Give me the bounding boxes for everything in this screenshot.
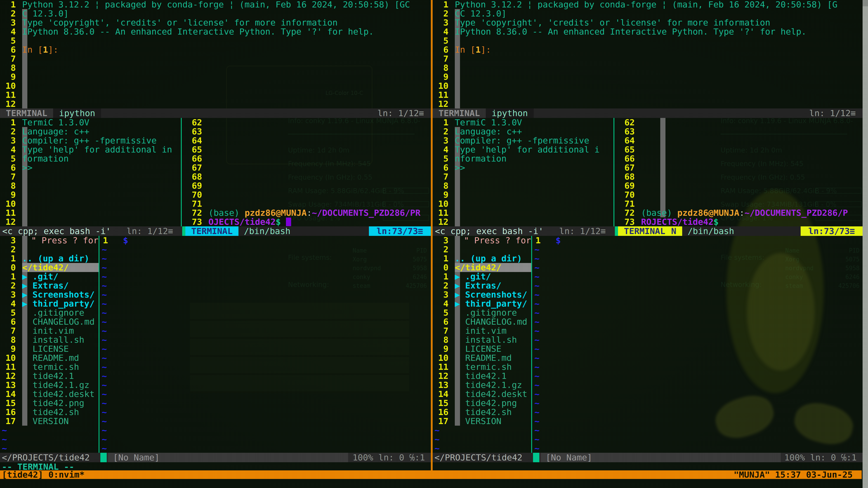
tmux-window-item[interactable]: 0:nvim* [49,470,85,480]
tilde-marker: ~ [100,326,107,335]
terminal-line-indicator: ln:73/73≡ [369,226,431,236]
tree-item[interactable]: 11termic.sh [433,362,531,371]
tree-item[interactable]: 6CHANGELOG.md [0,317,98,326]
line-number: 71 [182,199,202,208]
tilde-marker: ~ [532,308,539,317]
tree-item[interactable]: 16tide42.sh [0,408,98,417]
tree-item[interactable]: 10README.md [0,353,98,362]
tmux-pane-divider[interactable] [431,0,433,470]
text-segment: >> [455,163,465,173]
file-tree-pane[interactable]: 3" Press ? for21.. (up a dir)0</tide42/1… [0,236,98,453]
tree-item[interactable]: 10README.md [433,353,531,362]
tree-item[interactable]: 5.gitignore [0,308,98,317]
noname-buffer-pane[interactable]: 1$~~~~~~~~~~~~~~~~~~~~~~~ [532,236,863,453]
tree-item[interactable]: 17VERSION [433,417,531,426]
tilde-marker: ~ [532,245,539,254]
scrollbar-thumb[interactable] [863,6,868,488]
line-text: >> [22,163,181,172]
line-text [209,199,431,208]
tree-item[interactable]: 2▶ Extras/ [433,281,531,290]
text-segment: TermiC 1.3.0V [22,118,89,127]
tree-item[interactable]: 2 [433,245,531,254]
line-text [209,154,431,163]
line-text [22,72,431,81]
tree-item[interactable]: 9LICENSE [433,344,531,353]
tree-item[interactable]: 14tide42.deskt [433,390,531,398]
tree-item[interactable]: 3" Press ? for [0,236,98,245]
tree-item[interactable]: 0</tide42/ [433,263,531,272]
tree-item[interactable]: 15tide42.png [433,398,531,408]
line-number: 1 [433,118,448,127]
text-segment: .gitignore [455,308,517,318]
termic-output-pane[interactable]: 1TermiC 1.3.0V2Language: c++3Compiler: g… [433,118,614,226]
line-number: 10 [0,81,16,90]
empty-buffer-line: ~ [532,362,863,371]
ipython-terminal-buffer[interactable]: 1Python 3.12.2 ¦ packaged by conda-forge… [433,0,863,108]
tree-item[interactable]: 11termic.sh [0,362,98,371]
termic-output-pane[interactable]: 1TermiC 1.3.0V2Language: c++3Compiler: g… [0,118,181,226]
tree-item[interactable]: 12tide42.1 [0,371,98,381]
tree-item[interactable]: 7init.vim [433,326,531,335]
tree-item[interactable]: 17VERSION [0,417,98,426]
tree-item[interactable]: 6CHANGELOG.md [433,317,531,326]
tilde-marker: ~ [532,362,539,371]
tree-item[interactable]: 8install.sh [0,335,98,344]
tree-item[interactable]: 4▶ third_party/ [0,299,98,308]
tilde-marker: ~ [433,426,440,435]
tree-item[interactable]: 2▶ Extras/ [0,281,98,290]
line-number: 0 [0,263,16,272]
ipython-terminal-buffer[interactable]: 1Python 3.12.2 ¦ packaged by conda-forge… [0,0,431,108]
window-separator[interactable] [98,236,99,453]
empty-buffer-line: ~ [532,254,863,263]
tree-item[interactable]: 1▶ .git/ [0,272,98,281]
tree-item[interactable]: 12tide42.1 [433,371,531,381]
vim-statusline: <c cpp; exec bash -i'ln: 1/12≡ [0,226,182,236]
shell-scrollback-pane[interactable]: 6263646566676869707172(base) pzdz86@MUNJ… [182,118,431,226]
tree-item[interactable]: 2 [0,245,98,254]
empty-buffer-line: ~ [532,335,863,344]
tree-item[interactable]: 3▶ Screenshots/ [433,290,531,299]
tilde-marker: ~ [532,435,539,444]
file-tree-pane[interactable]: 3" Press ? for21.. (up a dir)0</tide42/1… [433,236,531,453]
tmux-pane-left[interactable]: LG-Color 10-CInfo: conky 1.19.6 - Linux … [0,0,431,479]
tilde-marker: ~ [100,335,107,344]
line-text: tide42.1.gz [22,381,98,390]
terminal-statusline: TERMINALN/bin/bashln:73/73≡ [615,226,863,236]
line-text: Language: c++ [22,127,181,136]
window-separator[interactable] [614,118,614,226]
tree-item[interactable]: 1.. (up a dir) [433,254,531,263]
text-segment: README.md [455,353,512,363]
window-separator[interactable] [181,118,182,226]
empty-buffer-line: ~ [100,426,431,435]
tree-item[interactable]: 9LICENSE [0,344,98,353]
tree-item[interactable]: 8install.sh [433,335,531,344]
tree-item[interactable]: 1.. (up a dir) [0,254,98,263]
tree-item[interactable]: 0</tide42/ [0,263,98,272]
tree-item[interactable]: 15tide42.png [0,398,98,408]
tilde-marker: ~ [100,272,107,281]
line-text: Python 3.12.2 ¦ packaged by conda-forge … [455,0,863,9]
window-separator[interactable] [531,236,532,453]
tmux-pane-right[interactable]: Info: conky 1.19.6 - Linux MUNJA 6.8.0-U… [433,0,863,479]
tree-item[interactable]: 5.gitignore [433,308,531,317]
terminal-line: 72(base) pzdz86@MUNJA:~/DOCUMENTS_PZD286… [615,208,863,217]
tree-item[interactable]: 3▶ Screenshots/ [0,290,98,299]
empty-buffer-line: ~ [532,371,863,381]
line-text [209,190,431,199]
noname-buffer-pane[interactable]: 1$~~~~~~~~~~~~~~~~~~~~~~~ [100,236,431,453]
scrollbar[interactable] [863,0,868,488]
tree-item[interactable]: 16tide42.sh [433,408,531,417]
tilde-marker: ~ [0,435,7,444]
tree-item[interactable]: 7init.vim [0,326,98,335]
line-number: 3 [433,18,448,27]
tree-item[interactable]: 4▶ third_party/ [433,299,531,308]
tree-item[interactable]: 3" Press ? for [433,236,531,245]
tilde-marker: ~ [100,398,107,408]
tree-item[interactable]: 13tide42.1.gz [0,381,98,390]
tree-item[interactable]: 14tide42.deskt [0,390,98,398]
shell-scrollback-pane[interactable]: 6263646566676869707172(base) pzdz86@MUNJ… [615,118,863,226]
text-segment: (base) [641,208,677,218]
line-text [641,181,863,190]
tree-item[interactable]: 1▶ .git/ [433,272,531,281]
tree-item[interactable]: 13tide42.1.gz [433,381,531,390]
